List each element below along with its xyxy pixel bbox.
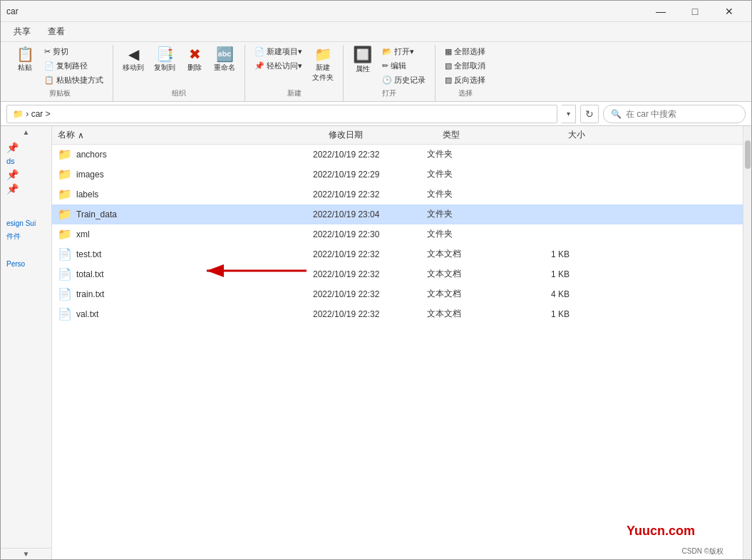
- open-icon: 📂: [382, 47, 392, 56]
- move-to-button[interactable]: ◀ 移动到: [119, 45, 148, 75]
- select-content: ▦ 全部选择 ▧ 全部取消 ▨ 反向选择: [441, 45, 489, 87]
- deselect-icon: ▧: [445, 61, 452, 71]
- search-icon: 🔍: [611, 109, 622, 119]
- ribbon-group-new: 📄 新建项目▾ 📌 轻松访问▾ 📁 新建文件夹 新建: [245, 45, 344, 101]
- column-date[interactable]: 修改日期: [329, 129, 443, 141]
- file-size: 1 KB: [513, 309, 570, 319]
- sidebar-item-ds[interactable]: ds: [1, 155, 51, 167]
- sort-arrow: ∧: [78, 130, 84, 140]
- sidebar-item-design-suite[interactable]: esign Sui: [1, 217, 51, 229]
- paste-shortcut-button[interactable]: 📋 粘贴快捷方式: [41, 73, 107, 87]
- path-dropdown-button[interactable]: ▾: [562, 105, 576, 123]
- table-row[interactable]: 📄val.txt2022/10/19 22:32文本文档1 KB: [52, 304, 743, 324]
- file-type: 文件夹: [427, 148, 513, 160]
- sidebar: ▲ 📌 ds 📌 📌 esign Sui 件件 Perso ▼: [1, 126, 52, 559]
- maximize-button[interactable]: □: [679, 1, 711, 22]
- sidebar-scroll-up[interactable]: ▲: [1, 126, 51, 138]
- new-item-icon: 📄: [254, 47, 264, 56]
- organize-content: ◀ 移动到 📑 复制到 ✖ 删除 🔤 重命名: [119, 45, 239, 87]
- file-type: 文本文档: [427, 248, 513, 260]
- copy-path-button[interactable]: 📄 复制路径: [41, 59, 107, 73]
- select-btns: ▦ 全部选择 ▧ 全部取消 ▨ 反向选择: [441, 45, 489, 87]
- scrollbar-vertical[interactable]: [743, 126, 751, 559]
- file-list: 名称 ∧ 修改日期 类型 大小 📁anchors2022/10/19 22:32…: [52, 126, 743, 559]
- file-type: 文件夹: [427, 168, 513, 180]
- column-type[interactable]: 类型: [443, 129, 528, 141]
- organize-label: 组织: [172, 88, 186, 98]
- ribbon-group-select: ▦ 全部选择 ▧ 全部取消 ▨ 反向选择 选择: [436, 45, 495, 101]
- new-content: 📄 新建项目▾ 📌 轻松访问▾ 📁 新建文件夹: [251, 45, 337, 87]
- history-button[interactable]: 🕒 历史记录: [378, 73, 429, 87]
- properties-button[interactable]: 🔲 属性: [349, 45, 376, 76]
- file-date: 2022/10/19 22:32: [313, 309, 427, 319]
- new-folder-button[interactable]: 📁 新建文件夹: [309, 45, 337, 85]
- path-breadcrumb: ›: [24, 109, 31, 119]
- rename-button[interactable]: 🔤 重命名: [210, 45, 239, 75]
- invert-select-button[interactable]: ▨ 反向选择: [441, 73, 489, 87]
- table-row[interactable]: 📁anchors2022/10/19 22:32文件夹: [52, 145, 743, 165]
- table-row[interactable]: 📁labels2022/10/19 22:32文件夹: [52, 185, 743, 204]
- sidebar-items: 📌 ds 📌 📌 esign Sui 件件 Perso: [1, 138, 51, 548]
- file-type: 文本文档: [427, 288, 513, 300]
- new-folder-icon: 📁: [314, 47, 332, 61]
- folder-icon: 📁: [58, 147, 72, 161]
- deselect-button[interactable]: ▧ 全部取消: [441, 59, 489, 73]
- sidebar-item-file[interactable]: 件件: [1, 229, 51, 244]
- open-button[interactable]: 📂 打开▾: [378, 45, 429, 58]
- file-date: 2022/10/19 22:30: [313, 229, 427, 239]
- copy-to-icon: 📑: [156, 47, 174, 61]
- title-bar: car — □ ✕: [1, 1, 751, 22]
- table-row[interactable]: 📄train.txt2022/10/19 22:32文本文档4 KB: [52, 284, 743, 304]
- sidebar-item-persona[interactable]: Perso: [1, 258, 51, 270]
- menu-bar: 共享 查看: [1, 22, 751, 42]
- paste-button[interactable]: 📋 粘贴: [12, 45, 38, 75]
- column-size[interactable]: 大小: [528, 129, 585, 141]
- new-small-btns: 📄 新建项目▾ 📌 轻松访问▾: [251, 45, 306, 73]
- invert-select-icon: ▨: [445, 76, 452, 85]
- file-icon: 📄: [58, 247, 72, 261]
- table-row[interactable]: 📁Train_data2022/10/19 23:04文件夹: [52, 204, 743, 224]
- sidebar-pin-3: 📌: [1, 182, 51, 196]
- properties-icon: 🔲: [353, 47, 372, 63]
- menu-view[interactable]: 查看: [41, 24, 72, 40]
- ribbon-group-open: 🔲 属性 📂 打开▾ ✏ 编辑 🕒 历史记录: [344, 45, 436, 101]
- file-icon: 📄: [58, 267, 72, 281]
- select-all-button[interactable]: ▦ 全部选择: [441, 45, 489, 58]
- folder-icon: 📁: [58, 167, 72, 181]
- scrollbar-thumb[interactable]: [745, 140, 751, 169]
- path-folder-name: car >: [31, 109, 51, 119]
- table-row[interactable]: 📁xml2022/10/19 22:30文件夹: [52, 224, 743, 244]
- ribbon: 📋 粘贴 ✂ 剪切 📄 复制路径 📋 粘贴快捷方式: [1, 42, 751, 102]
- file-type: 文件夹: [427, 208, 513, 220]
- column-name[interactable]: 名称 ∧: [58, 129, 329, 141]
- paste-shortcut-icon: 📋: [44, 76, 54, 85]
- copy-to-button[interactable]: 📑 复制到: [150, 45, 179, 75]
- sidebar-scroll-down[interactable]: ▼: [1, 548, 51, 559]
- table-row[interactable]: 📄test.txt2022/10/19 22:32文本文档1 KB: [52, 244, 743, 264]
- close-button[interactable]: ✕: [713, 1, 746, 22]
- file-date: 2022/10/19 22:32: [313, 289, 427, 299]
- delete-button[interactable]: ✖ 删除: [182, 45, 207, 75]
- table-row[interactable]: 📄total.txt2022/10/19 22:32文本文档1 KB: [52, 264, 743, 284]
- window-controls: — □ ✕: [644, 1, 746, 22]
- easy-access-button[interactable]: 📌 轻松访问▾: [251, 59, 306, 73]
- table-row[interactable]: 📁images2022/10/19 22:29文件夹: [52, 165, 743, 185]
- refresh-button[interactable]: ↻: [580, 105, 599, 123]
- easy-access-icon: 📌: [254, 61, 264, 71]
- file-size: 1 KB: [513, 249, 570, 259]
- open-label: 打开: [382, 88, 396, 98]
- select-all-icon: ▦: [445, 47, 452, 56]
- search-input[interactable]: [626, 109, 738, 119]
- minimize-button[interactable]: —: [644, 1, 677, 22]
- folder-icon: 📁: [58, 227, 72, 241]
- cut-button[interactable]: ✂ 剪切: [41, 45, 107, 58]
- folder-icon: 📁: [58, 187, 72, 201]
- menu-share[interactable]: 共享: [6, 24, 38, 40]
- edit-icon: ✏: [382, 61, 388, 71]
- edit-button[interactable]: ✏ 编辑: [378, 59, 429, 73]
- file-name: 📁anchors: [58, 147, 313, 161]
- file-type: 文本文档: [427, 268, 513, 280]
- address-path[interactable]: 📁 › car >: [6, 105, 557, 123]
- new-item-button[interactable]: 📄 新建项目▾: [251, 45, 306, 58]
- file-name: 📄test.txt: [58, 247, 313, 261]
